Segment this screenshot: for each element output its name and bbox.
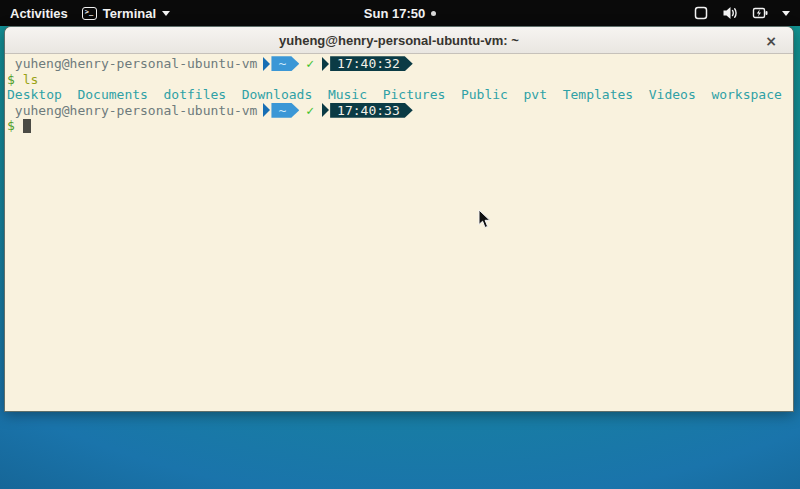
directory-entry: Downloads (242, 87, 312, 103)
prompt-user-host: yuheng@henry-personal-ubuntu-vm (15, 103, 258, 119)
directory-entry: Templates (563, 87, 633, 103)
terminal-window: yuheng@henry-personal-ubuntu-vm: ~ × yuh… (4, 26, 794, 412)
volume-icon (722, 5, 739, 21)
chevron-down-icon (782, 11, 790, 16)
directory-entry: Documents (77, 87, 147, 103)
powerline-chevron-icon (322, 57, 329, 71)
terminal-app-icon: >_ (82, 7, 97, 20)
desktop: { "topbar": { "activities_label": "Activ… (0, 0, 800, 489)
window-titlebar[interactable]: yuheng@henry-personal-ubuntu-vm: ~ × (5, 27, 793, 54)
display-icon (693, 5, 709, 21)
notification-dot-icon (431, 11, 436, 16)
window-title: yuheng@henry-personal-ubuntu-vm: ~ (279, 33, 519, 48)
command-line-1: $ ls (7, 72, 791, 88)
prompt-cwd: ~ (271, 56, 299, 71)
prompt-user-host: yuheng@henry-personal-ubuntu-vm (15, 56, 258, 72)
caret-down-icon (162, 11, 170, 16)
directory-entry: Pictures (383, 87, 446, 103)
typed-command: ls (23, 72, 39, 88)
prompt-time: 17:40:32 (330, 56, 413, 71)
battery-charging-icon (752, 5, 769, 21)
activities-label: Activities (10, 6, 68, 21)
directory-entry: Videos (649, 87, 696, 103)
mouse-pointer-icon (478, 209, 491, 229)
powerline-chevron-icon (263, 103, 270, 117)
top-bar: Activities >_ Terminal Sun 17:50 (0, 0, 800, 26)
terminal-screen[interactable]: yuheng@henry-personal-ubuntu-vm ~ ✓ 17:4… (5, 54, 793, 411)
activities-button[interactable]: Activities (10, 0, 68, 26)
command-line-2: $ (7, 118, 791, 134)
prompt-line-1: yuheng@henry-personal-ubuntu-vm ~ ✓ 17:4… (7, 56, 791, 72)
status-check-icon: ✓ (306, 56, 314, 72)
prompt-cwd: ~ (271, 103, 299, 118)
directory-entry: workspace (711, 87, 781, 103)
close-button[interactable]: × (761, 27, 781, 54)
directory-entry: Music (328, 87, 367, 103)
time-segment: 17:40:33 (322, 103, 413, 118)
time-segment: 17:40:32 (322, 56, 413, 71)
ls-output-line: Desktop Documents dotfiles Downloads Mus… (7, 87, 791, 103)
directory-entry: Public (461, 87, 508, 103)
cwd-segment: ~ (263, 103, 299, 118)
prompt-symbol: $ (7, 118, 15, 134)
prompt-time: 17:40:33 (330, 103, 413, 118)
status-check-icon: ✓ (306, 103, 314, 119)
directory-entry: pvt (524, 87, 547, 103)
directory-entry: Desktop (7, 87, 62, 103)
powerline-chevron-icon (322, 103, 329, 117)
terminal-app-menu[interactable]: >_ Terminal (82, 0, 170, 26)
prompt-symbol: $ (7, 72, 15, 88)
powerline-chevron-icon (263, 57, 270, 71)
text-cursor (23, 119, 31, 133)
system-status-menu[interactable] (693, 0, 800, 26)
clock-button[interactable]: Sun 17:50 (364, 6, 425, 21)
prompt-line-2: yuheng@henry-personal-ubuntu-vm ~ ✓ 17:4… (7, 103, 791, 119)
cwd-segment: ~ (263, 56, 299, 71)
terminal-app-menu-label: Terminal (103, 6, 156, 21)
directory-entry: dotfiles (164, 87, 227, 103)
